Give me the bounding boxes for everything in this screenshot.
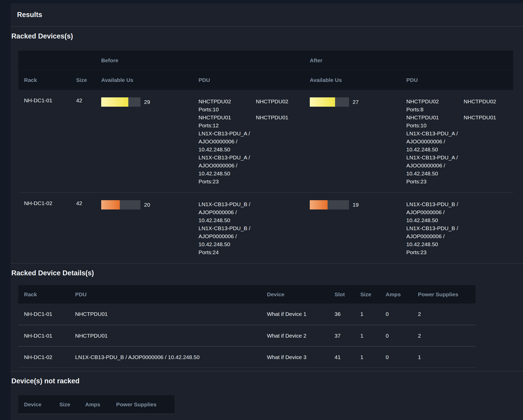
available-us-bar-fill [101,97,128,107]
column-header-device: Device [267,291,335,298]
group-label-after: After [310,57,406,64]
rack-name: NH-DC1-01 [24,311,75,317]
size-value: 1 [360,333,386,339]
panel-header: Results [11,3,523,27]
devices-not-racked-table: DeviceSizeAmpsPower Supplies [18,395,175,414]
racked-devices-row: NH-DC1-024220LN1X-CB13-PDU_B /AJOP000000… [18,192,513,263]
racked-devices-table-body: NH-DC1-014229NHCTPDU02NHCTPDU02Ports:10N… [18,90,513,263]
pdu-line: Ports:12 [199,121,310,129]
available-us-bar-fill [101,200,120,209]
available-us-bar [101,97,140,107]
pdu-cell: LN1X-CB13-PDU_B /AJOP0000006 /10.42.248.… [406,200,514,256]
column-header-available-us-after: Available Us [310,77,406,83]
column-header-pdu-after: PDU [406,77,514,83]
page-title: Results [17,11,42,19]
amps-value: 0 [386,354,418,360]
power-supplies-value: 2 [418,333,476,339]
device-name: What if Device 1 [267,311,335,317]
pdu-line: 10.42.248.50 [406,169,514,177]
pdu-name: NHCTPDU01 [75,333,267,339]
rack-name: NH-DC1-02 [24,354,75,360]
available-us-cell: 20 [101,200,199,256]
column-header-available-us-before: Available Us [101,77,199,83]
pdu-line: NHCTPDU01NHCTPDU01 [406,113,514,121]
pdu-name: NHCTPDU02 [199,97,256,105]
section-divider [11,263,523,263]
available-us-bar [101,200,140,209]
pdu-name: NHCTPDU02 [464,98,496,104]
rack-name: NH-DC1-01 [24,97,76,185]
pdu-line: LN1X-CB13-PDU_B / [199,200,310,208]
available-us-value: 29 [144,97,150,107]
size-value: 1 [360,311,386,317]
power-supplies-value: 1 [418,354,476,360]
devices-not-racked-heading: Device(s) not racked [11,377,523,385]
rack-size: 42 [76,97,101,185]
pdu-line: AJOO0000006 / [406,137,514,145]
pdu-cell: LN1X-CB13-PDU_B /AJOP0000006 /10.42.248.… [199,200,310,256]
pdu-line: 10.42.248.50 [406,216,514,224]
available-us-cell: 27 [310,97,406,185]
rack-name: NH-DC1-02 [24,200,76,256]
pdu-line: 10.42.248.50 [406,145,514,153]
pdu-line: AJOP0000006 / [406,208,514,216]
racked-device-details-row: NH-DC1-01NHCTPDU01What if Device 237102 [18,325,476,346]
pdu-name: NHCTPDU01 [464,114,496,120]
available-us-value: 20 [144,200,150,209]
racked-device-details-table: RackPDUDeviceSlotSizeAmpsPower Supplies … [18,285,476,368]
pdu-name: NHCTPDU02 [406,97,464,105]
column-header-pdu: PDU [75,291,267,298]
available-us-bar-fill [310,200,328,209]
available-us-cell: 29 [101,97,199,185]
column-header-power-supplies: Power Supplies [418,291,476,298]
pdu-line: Ports:23 [406,177,514,185]
pdu-name: NHCTPDU01 [406,113,464,121]
column-header-device: Device [24,401,59,408]
pdu-line: LN1X-CB13-PDU_B / [406,200,514,208]
pdu-line: 10.42.248.50 [199,216,310,224]
slot-value: 36 [335,311,360,317]
pdu-name: NHCTPDU01 [75,311,267,317]
power-supplies-value: 2 [418,311,476,317]
pdu-line: 10.42.248.50 [199,240,310,248]
rack-name: NH-DC1-01 [24,333,75,339]
pdu-name: LN1X-CB13-PDU_B / AJOP0000006 / 10.42.24… [75,354,267,360]
pdu-line: 10.42.248.50 [406,240,514,248]
column-header-rack: Rack [24,291,75,298]
column-header-size: Size [59,401,85,408]
pdu-line: AJOO0000006 / [199,161,310,169]
column-header-slot: Slot [335,291,360,298]
pdu-line: Ports:23 [406,248,514,256]
racked-devices-column-header-row: Rack Size Available Us PDU Available Us … [18,70,513,90]
pdu-line: LN1X-CB13-PDU_A / [406,129,514,137]
pdu-line: Ports:10 [199,105,310,113]
pdu-cell: NHCTPDU02NHCTPDU02Ports:8NHCTPDU01NHCTPD… [406,97,514,185]
pdu-line: Ports:24 [199,248,310,256]
amps-value: 0 [386,333,418,339]
column-header-size: Size [360,291,386,298]
pdu-line: AJOO0000006 / [199,137,310,145]
device-name: What if Device 2 [267,333,335,339]
column-header-power-supplies: Power Supplies [116,401,175,408]
section-divider [11,371,523,371]
pdu-line: 10.42.248.50 [199,169,310,177]
available-us-bar [310,97,349,107]
group-label-before: Before [101,57,199,64]
column-header-amps: Amps [85,401,116,408]
devices-not-racked-header-row: DeviceSizeAmpsPower Supplies [18,395,175,414]
pdu-line: AJOP0000006 / [406,232,514,240]
pdu-line: Ports:8 [406,105,514,113]
pdu-line: LN1X-CB13-PDU_B / [199,224,310,232]
racked-device-details-row: NH-DC1-01NHCTPDU01What if Device 136102 [18,304,476,325]
column-header-size: Size [76,77,101,83]
pdu-line: AJOP0000006 / [199,232,310,240]
racked-device-details-heading: Racked Device Details(s) [11,269,523,277]
racked-devices-table: Before After Rack Size Available Us PDU … [18,51,513,263]
pdu-line: LN1X-CB13-PDU_A / [406,153,514,161]
racked-device-details-row: NH-DC1-02LN1X-CB13-PDU_B / AJOP0000006 /… [18,346,476,368]
pdu-line: NHCTPDU02NHCTPDU02 [199,97,310,105]
available-us-value: 19 [353,200,359,209]
slot-value: 37 [335,333,360,339]
racked-device-details-table-body: NH-DC1-01NHCTPDU01What if Device 136102N… [18,304,476,368]
column-header-pdu-before: PDU [199,77,310,83]
